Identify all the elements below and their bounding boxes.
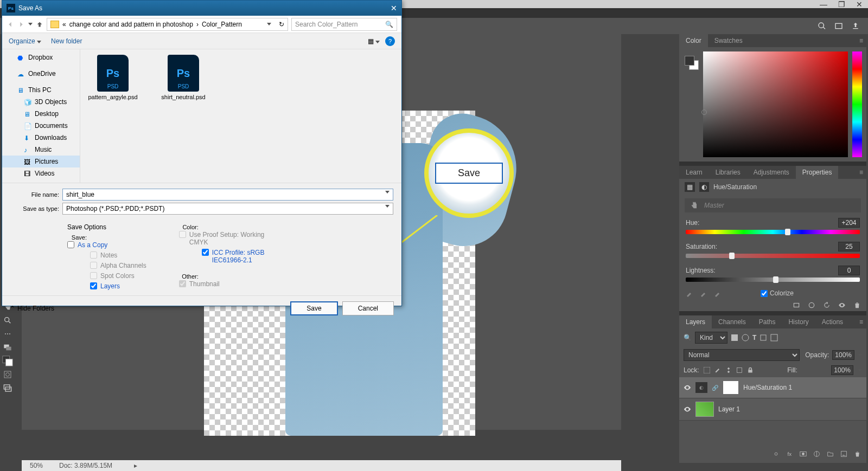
quick-mask[interactable] bbox=[2, 369, 14, 380]
screen-mode[interactable] bbox=[2, 382, 14, 394]
file-item[interactable]: PsPSD pattern_argyle.psd bbox=[86, 55, 140, 100]
close-app-button[interactable]: ✕ bbox=[856, 0, 863, 9]
blend-mode-select[interactable]: Normal bbox=[684, 349, 800, 361]
filter-type-icon[interactable]: T bbox=[752, 334, 756, 341]
maximize-button[interactable]: ❐ bbox=[838, 0, 845, 9]
icc-checkbox[interactable] bbox=[202, 249, 209, 256]
lock-position-icon[interactable] bbox=[725, 367, 732, 373]
dialog-titlebar[interactable]: Ps Save As ✕ bbox=[2, 1, 401, 16]
libraries-tab[interactable]: Libraries bbox=[709, 166, 747, 179]
layer-row[interactable]: Layer 1 bbox=[679, 398, 866, 421]
close-dialog-button[interactable]: ✕ bbox=[391, 4, 397, 12]
lock-artboard-icon[interactable] bbox=[736, 367, 743, 373]
swatches-tab[interactable]: Swatches bbox=[708, 34, 749, 47]
document-info[interactable]: Doc: 3.89M/5.15M bbox=[59, 462, 112, 469]
link-layers-icon[interactable] bbox=[773, 450, 780, 457]
new-folder-button[interactable]: New folder bbox=[51, 37, 82, 45]
search-box[interactable]: Search Color_Pattern 🔍 bbox=[291, 18, 397, 31]
breadcrumb-segment[interactable]: change color and add pattern in photosho… bbox=[69, 21, 193, 28]
hue-slider[interactable] bbox=[686, 230, 860, 234]
save-type-select[interactable]: Photoshop (*.PSD;*.PDD;*.PSDT) bbox=[62, 203, 393, 215]
color-field[interactable] bbox=[703, 51, 848, 157]
eyedropper-icon[interactable] bbox=[686, 289, 693, 297]
organize-button[interactable]: Organize bbox=[9, 37, 41, 45]
new-layer-icon[interactable] bbox=[840, 450, 847, 457]
adjustment-layer-icon[interactable] bbox=[813, 450, 820, 457]
nav-this-pc[interactable]: 🖥This PC bbox=[2, 84, 80, 96]
status-popup-icon[interactable]: ▸ bbox=[134, 462, 137, 469]
layer-filter-kind[interactable]: Kind bbox=[695, 332, 727, 344]
lock-transparent-icon[interactable] bbox=[704, 367, 710, 373]
layer-mask-thumb[interactable] bbox=[723, 380, 739, 395]
filter-pixel-icon[interactable] bbox=[731, 334, 738, 341]
layer-mask-icon[interactable] bbox=[800, 450, 807, 457]
channels-tab[interactable]: Channels bbox=[712, 315, 752, 328]
cancel-button[interactable]: Cancel bbox=[342, 301, 394, 315]
arrange-documents-icon[interactable] bbox=[834, 22, 843, 30]
hue-strip[interactable] bbox=[852, 51, 862, 157]
panel-menu-icon[interactable]: ≡ bbox=[859, 318, 866, 326]
nav-pictures[interactable]: 🖼Pictures bbox=[2, 156, 80, 167]
delete-layer-icon[interactable] bbox=[854, 450, 861, 457]
up-icon[interactable] bbox=[36, 21, 43, 28]
actions-tab[interactable]: Actions bbox=[815, 315, 850, 328]
nav-documents[interactable]: 📄Documents bbox=[2, 120, 80, 132]
back-icon[interactable] bbox=[7, 21, 14, 28]
saturation-slider[interactable] bbox=[686, 254, 860, 258]
view-previous-icon[interactable] bbox=[808, 301, 815, 309]
forward-icon[interactable] bbox=[17, 21, 25, 28]
nav-downloads[interactable]: ⬇Downloads bbox=[2, 132, 80, 144]
layer-style-icon[interactable]: fx bbox=[786, 450, 793, 457]
save-button[interactable]: Save bbox=[290, 301, 337, 315]
properties-tab[interactable]: Properties bbox=[796, 166, 839, 179]
eyedropper-plus-icon[interactable] bbox=[700, 289, 707, 297]
breadcrumb-ellipsis[interactable]: « bbox=[62, 21, 66, 28]
nav-music[interactable]: ♪Music bbox=[2, 144, 80, 156]
breadcrumb-segment[interactable]: Color_Pattern bbox=[202, 21, 242, 28]
zoom-level[interactable]: 50% bbox=[30, 462, 43, 469]
group-icon[interactable] bbox=[827, 450, 834, 457]
color-tab[interactable]: Color bbox=[679, 34, 708, 47]
layer-thumb[interactable] bbox=[695, 402, 714, 417]
share-icon[interactable] bbox=[851, 22, 860, 30]
lock-pixels-icon[interactable] bbox=[714, 367, 721, 373]
hue-value-input[interactable] bbox=[838, 218, 860, 228]
nav-videos[interactable]: 🎞Videos bbox=[2, 167, 80, 179]
master-dropdown[interactable]: Master bbox=[685, 198, 861, 212]
minimize-button[interactable]: — bbox=[820, 0, 827, 9]
layer-name[interactable]: Layer 1 bbox=[718, 405, 740, 413]
visibility-toggle-icon[interactable] bbox=[684, 384, 691, 391]
layers-checkbox[interactable] bbox=[90, 282, 97, 289]
panel-menu-icon[interactable]: ≡ bbox=[859, 169, 866, 176]
filter-adjustment-icon[interactable] bbox=[742, 334, 749, 341]
nav-onedrive[interactable]: ☁OneDrive bbox=[2, 68, 80, 80]
nav-dropbox[interactable]: ⬣Dropbox bbox=[2, 51, 80, 63]
file-name-input[interactable]: shirt_blue bbox=[62, 189, 393, 201]
visibility-toggle-icon[interactable] bbox=[684, 405, 691, 413]
layer-row[interactable]: ◐ 🔗 Hue/Saturation 1 bbox=[679, 377, 866, 398]
nav-3d-objects[interactable]: 🧊3D Objects bbox=[2, 96, 80, 108]
edit-toolbar[interactable] bbox=[2, 341, 14, 353]
history-dropdown-icon[interactable] bbox=[28, 23, 33, 25]
adjustments-tab[interactable]: Adjustments bbox=[747, 166, 796, 179]
address-bar[interactable]: « change color and add pattern in photos… bbox=[47, 18, 288, 31]
reset-icon[interactable] bbox=[823, 301, 831, 309]
visibility-icon[interactable] bbox=[838, 301, 846, 309]
search-icon[interactable] bbox=[818, 22, 826, 30]
filter-smart-icon[interactable] bbox=[770, 334, 778, 341]
learn-tab[interactable]: Learn bbox=[679, 166, 709, 179]
help-icon[interactable]: ? bbox=[385, 36, 395, 46]
lock-all-icon[interactable] bbox=[747, 367, 754, 373]
clip-icon[interactable] bbox=[793, 301, 800, 309]
view-options-icon[interactable]: ▦ bbox=[368, 37, 380, 45]
more-tools[interactable]: ⋯ bbox=[2, 328, 14, 340]
file-list[interactable]: PsPSD pattern_argyle.psd PsPSD shirt_neu… bbox=[80, 49, 401, 183]
opacity-value[interactable]: 100% bbox=[832, 350, 854, 360]
panel-menu-icon[interactable]: ≡ bbox=[859, 37, 866, 44]
saturation-value-input[interactable] bbox=[838, 242, 860, 251]
color-swatches[interactable] bbox=[2, 355, 14, 367]
filter-shape-icon[interactable] bbox=[760, 334, 767, 341]
lightness-slider[interactable] bbox=[686, 278, 860, 282]
layer-name[interactable]: Hue/Saturation 1 bbox=[743, 384, 792, 391]
navigation-pane[interactable]: ⬣Dropbox ☁OneDrive 🖥This PC 🧊3D Objects … bbox=[2, 49, 80, 183]
